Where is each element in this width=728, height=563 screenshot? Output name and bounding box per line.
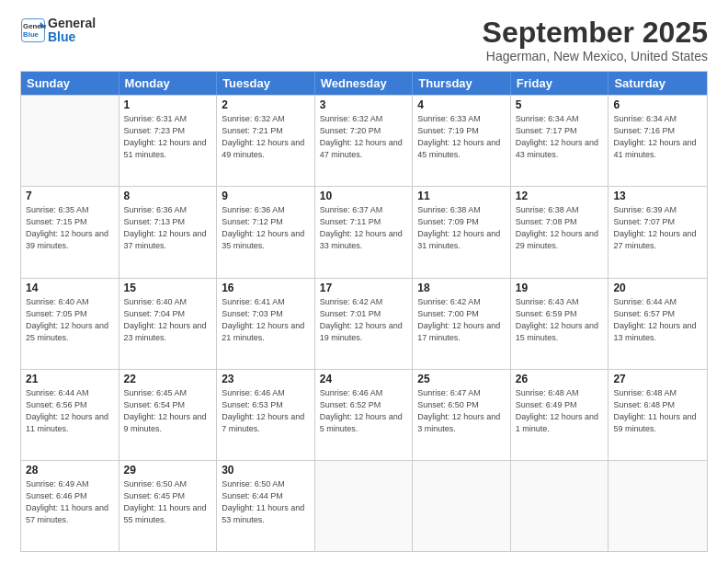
cal-cell-24: 24Sunrise: 6:46 AMSunset: 6:52 PMDayligh… — [315, 370, 414, 460]
day-info: Sunrise: 6:33 AMSunset: 7:19 PMDaylight:… — [417, 113, 506, 161]
day-info: Sunrise: 6:42 AMSunset: 7:00 PMDaylight:… — [417, 296, 506, 344]
day-info: Sunrise: 6:49 AMSunset: 6:46 PMDaylight:… — [26, 478, 114, 526]
cal-cell-21: 21Sunrise: 6:44 AMSunset: 6:56 PMDayligh… — [21, 370, 119, 460]
cal-cell-20: 20Sunrise: 6:44 AMSunset: 6:57 PMDayligh… — [609, 279, 707, 369]
logo-general: General — [48, 17, 96, 30]
day-info: Sunrise: 6:39 AMSunset: 7:07 PMDaylight:… — [613, 204, 702, 252]
day-number: 14 — [26, 282, 114, 294]
day-number: 28 — [26, 464, 114, 477]
day-number: 10 — [320, 190, 408, 202]
day-number: 8 — [124, 190, 212, 202]
day-info: Sunrise: 6:41 AMSunset: 7:03 PMDaylight:… — [222, 296, 310, 344]
cal-cell-17: 17Sunrise: 6:42 AMSunset: 7:01 PMDayligh… — [315, 279, 414, 369]
day-info: Sunrise: 6:44 AMSunset: 6:57 PMDaylight:… — [613, 296, 702, 344]
calendar-row-0: 1Sunrise: 6:31 AMSunset: 7:23 PMDaylight… — [21, 95, 707, 186]
calendar-row-1: 7Sunrise: 6:35 AMSunset: 7:15 PMDaylight… — [21, 186, 707, 277]
weekday-header-monday: Monday — [119, 72, 218, 95]
cal-cell-5: 5Sunrise: 6:34 AMSunset: 7:17 PMDaylight… — [511, 96, 609, 186]
cal-cell-26: 26Sunrise: 6:48 AMSunset: 6:49 PMDayligh… — [511, 370, 609, 460]
logo-icon: General Blue — [20, 17, 46, 43]
day-info: Sunrise: 6:36 AMSunset: 7:12 PMDaylight:… — [222, 204, 310, 252]
cal-cell-3: 3Sunrise: 6:32 AMSunset: 7:20 PMDaylight… — [315, 96, 414, 186]
cal-cell-empty-4 — [413, 461, 511, 551]
day-number: 26 — [516, 373, 604, 385]
day-number: 23 — [222, 373, 310, 385]
cal-cell-11: 11Sunrise: 6:38 AMSunset: 7:09 PMDayligh… — [413, 187, 511, 277]
day-info: Sunrise: 6:37 AMSunset: 7:11 PMDaylight:… — [320, 204, 408, 252]
day-info: Sunrise: 6:40 AMSunset: 7:05 PMDaylight:… — [26, 296, 114, 344]
cal-cell-19: 19Sunrise: 6:43 AMSunset: 6:59 PMDayligh… — [511, 279, 609, 369]
day-number: 20 — [613, 282, 702, 294]
day-number: 16 — [222, 282, 310, 294]
day-number: 9 — [222, 190, 310, 202]
day-info: Sunrise: 6:42 AMSunset: 7:01 PMDaylight:… — [320, 296, 408, 344]
cal-cell-6: 6Sunrise: 6:34 AMSunset: 7:16 PMDaylight… — [609, 96, 707, 186]
day-number: 21 — [26, 373, 114, 385]
day-info: Sunrise: 6:35 AMSunset: 7:15 PMDaylight:… — [26, 204, 114, 252]
cal-cell-12: 12Sunrise: 6:38 AMSunset: 7:08 PMDayligh… — [511, 187, 609, 277]
day-info: Sunrise: 6:40 AMSunset: 7:04 PMDaylight:… — [124, 296, 212, 344]
weekday-header-sunday: Sunday — [21, 72, 119, 95]
cal-cell-29: 29Sunrise: 6:50 AMSunset: 6:45 PMDayligh… — [119, 461, 218, 551]
svg-text:Blue: Blue — [23, 30, 40, 39]
weekday-header-saturday: Saturday — [609, 72, 707, 95]
weekday-header-thursday: Thursday — [413, 72, 511, 95]
cal-cell-10: 10Sunrise: 6:37 AMSunset: 7:11 PMDayligh… — [315, 187, 414, 277]
cal-cell-4: 4Sunrise: 6:33 AMSunset: 7:19 PMDaylight… — [413, 96, 511, 186]
day-number: 29 — [124, 464, 212, 477]
day-info: Sunrise: 6:48 AMSunset: 6:49 PMDaylight:… — [516, 387, 604, 435]
day-number: 7 — [26, 190, 114, 202]
cal-cell-9: 9Sunrise: 6:36 AMSunset: 7:12 PMDaylight… — [217, 187, 315, 277]
day-info: Sunrise: 6:48 AMSunset: 6:48 PMDaylight:… — [613, 387, 702, 435]
day-number: 3 — [320, 98, 408, 111]
weekday-header-tuesday: Tuesday — [217, 72, 315, 95]
day-info: Sunrise: 6:34 AMSunset: 7:17 PMDaylight:… — [516, 113, 604, 161]
day-number: 4 — [417, 98, 506, 111]
cal-cell-14: 14Sunrise: 6:40 AMSunset: 7:05 PMDayligh… — [21, 279, 119, 369]
day-info: Sunrise: 6:50 AMSunset: 6:44 PMDaylight:… — [222, 478, 310, 526]
day-info: Sunrise: 6:44 AMSunset: 6:56 PMDaylight:… — [26, 387, 114, 435]
day-number: 5 — [516, 98, 604, 111]
cal-cell-28: 28Sunrise: 6:49 AMSunset: 6:46 PMDayligh… — [21, 461, 119, 551]
day-info: Sunrise: 6:36 AMSunset: 7:13 PMDaylight:… — [124, 204, 212, 252]
day-number: 30 — [222, 464, 310, 477]
cal-cell-empty-5 — [511, 461, 609, 551]
calendar-header: SundayMondayTuesdayWednesdayThursdayFrid… — [21, 72, 707, 95]
day-info: Sunrise: 6:43 AMSunset: 6:59 PMDaylight:… — [516, 296, 604, 344]
cal-cell-18: 18Sunrise: 6:42 AMSunset: 7:00 PMDayligh… — [413, 279, 511, 369]
cal-cell-16: 16Sunrise: 6:41 AMSunset: 7:03 PMDayligh… — [217, 279, 315, 369]
weekday-header-friday: Friday — [511, 72, 609, 95]
calendar-row-2: 14Sunrise: 6:40 AMSunset: 7:05 PMDayligh… — [21, 278, 707, 369]
logo: General Blue General Blue — [20, 17, 96, 45]
location-subtitle: Hagerman, New Mexico, United States — [483, 49, 708, 63]
cal-cell-27: 27Sunrise: 6:48 AMSunset: 6:48 PMDayligh… — [609, 370, 707, 460]
day-info: Sunrise: 6:34 AMSunset: 7:16 PMDaylight:… — [613, 113, 702, 161]
cal-cell-30: 30Sunrise: 6:50 AMSunset: 6:44 PMDayligh… — [217, 461, 315, 551]
day-number: 12 — [516, 190, 604, 202]
cal-cell-23: 23Sunrise: 6:46 AMSunset: 6:53 PMDayligh… — [217, 370, 315, 460]
day-info: Sunrise: 6:32 AMSunset: 7:21 PMDaylight:… — [222, 113, 310, 161]
cal-cell-13: 13Sunrise: 6:39 AMSunset: 7:07 PMDayligh… — [609, 187, 707, 277]
day-info: Sunrise: 6:46 AMSunset: 6:52 PMDaylight:… — [320, 387, 408, 435]
day-number: 18 — [417, 282, 506, 294]
month-title: September 2025 — [483, 17, 708, 49]
cal-cell-empty-3 — [315, 461, 414, 551]
cal-cell-25: 25Sunrise: 6:47 AMSunset: 6:50 PMDayligh… — [413, 370, 511, 460]
day-info: Sunrise: 6:46 AMSunset: 6:53 PMDaylight:… — [222, 387, 310, 435]
day-number: 6 — [613, 98, 702, 111]
day-info: Sunrise: 6:31 AMSunset: 7:23 PMDaylight:… — [124, 113, 212, 161]
cal-cell-22: 22Sunrise: 6:45 AMSunset: 6:54 PMDayligh… — [119, 370, 218, 460]
day-number: 13 — [613, 190, 702, 202]
day-number: 25 — [417, 373, 506, 385]
day-number: 27 — [613, 373, 702, 385]
day-info: Sunrise: 6:50 AMSunset: 6:45 PMDaylight:… — [124, 478, 212, 526]
title-block: September 2025 Hagerman, New Mexico, Uni… — [483, 17, 708, 63]
day-number: 17 — [320, 282, 408, 294]
day-number: 15 — [124, 282, 212, 294]
day-number: 22 — [124, 373, 212, 385]
calendar-row-3: 21Sunrise: 6:44 AMSunset: 6:56 PMDayligh… — [21, 369, 707, 460]
day-info: Sunrise: 6:45 AMSunset: 6:54 PMDaylight:… — [124, 387, 212, 435]
cal-cell-8: 8Sunrise: 6:36 AMSunset: 7:13 PMDaylight… — [119, 187, 218, 277]
day-number: 1 — [124, 98, 212, 111]
cal-cell-empty-6 — [609, 461, 707, 551]
